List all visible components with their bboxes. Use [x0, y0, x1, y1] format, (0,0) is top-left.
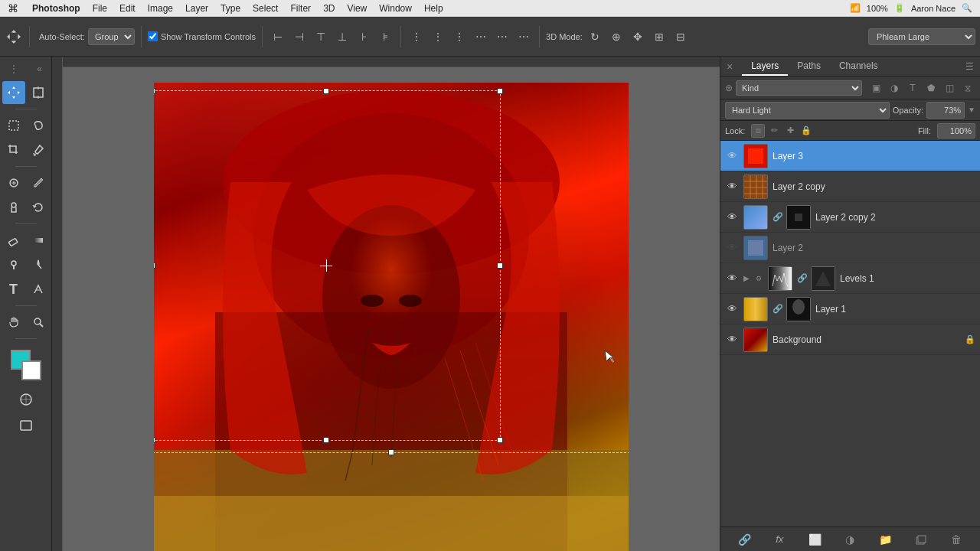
link-layers-btn[interactable]: 🔗	[736, 531, 753, 548]
tab-paths[interactable]: Paths	[788, 57, 830, 76]
distribute-center-h[interactable]: ⋮	[429, 28, 447, 46]
expand-arrow-levels1[interactable]: ▶	[743, 274, 750, 282]
visibility-eye-layer1[interactable]: 👁	[725, 302, 739, 316]
canvas-image[interactable]: 人人素材 ⊗	[154, 83, 629, 551]
layer-item[interactable]: 👁 Bac	[720, 324, 980, 355]
tab-channels[interactable]: Channels	[830, 57, 887, 76]
show-transform-checkbox[interactable]	[148, 31, 158, 41]
visibility-eye-layer2copy2[interactable]: 👁	[725, 210, 739, 224]
align-top-edges[interactable]: ⊥	[333, 28, 351, 46]
distribute-left[interactable]: ⋮	[407, 28, 426, 46]
menu-filter[interactable]: Filter	[284, 3, 317, 14]
layer-fx-btn[interactable]: fx	[771, 531, 788, 548]
align-vertical-centers[interactable]: ⊦	[354, 28, 373, 46]
panel-menu[interactable]: ☰	[965, 61, 974, 72]
3d-scale[interactable]: ⊟	[671, 28, 690, 46]
menu-window[interactable]: Window	[373, 3, 418, 14]
brush-tool-btn[interactable]	[27, 171, 50, 194]
filter-type-icon[interactable]: T	[905, 80, 920, 96]
distribute-bottom[interactable]: ⋯	[514, 28, 533, 46]
filter-toggle[interactable]: ⧖	[960, 80, 975, 96]
menu-edit[interactable]: Edit	[113, 3, 142, 14]
layer-item[interactable]: 👁 Layer 2	[720, 233, 980, 263]
auto-select-dropdown[interactable]: Group Layer	[88, 28, 135, 45]
filter-shape-icon[interactable]: ⬟	[923, 80, 939, 96]
opacity-dropdown-arrow[interactable]: ▼	[968, 106, 975, 114]
filter-type-select[interactable]: Kind	[736, 80, 862, 96]
eraser-btn[interactable]	[2, 229, 25, 252]
visibility-eye-layer3[interactable]: 👁	[725, 149, 739, 163]
layer-item[interactable]: 👁 🔗 Layer 1	[720, 294, 980, 324]
move-tool-btn[interactable]	[2, 81, 25, 104]
screen-mode-btn[interactable]	[15, 414, 38, 437]
app-name[interactable]: Photoshop	[26, 3, 87, 14]
distribute-top[interactable]: ⋯	[472, 28, 490, 46]
align-bottom-edges[interactable]: ⊧	[376, 28, 394, 46]
menu-file[interactable]: File	[87, 3, 113, 14]
lasso-tool-btn[interactable]	[27, 114, 50, 137]
clone-stamp-btn[interactable]	[2, 196, 25, 219]
rectangular-marquee-btn[interactable]	[2, 114, 25, 137]
spot-healing-btn[interactable]	[2, 171, 25, 194]
lock-position[interactable]: ✚	[783, 124, 797, 138]
artboard-tool-btn[interactable]	[27, 81, 50, 104]
panels-close[interactable]: ×	[727, 60, 733, 73]
panel-options-icon[interactable]: ⋮	[9, 64, 18, 74]
layer-item[interactable]: 👁 🔗 Layer 2 copy 2	[720, 202, 980, 233]
search-icon[interactable]: 🔍	[962, 3, 972, 13]
align-horizontal-centers[interactable]: ⊣	[290, 28, 309, 46]
3d-pan[interactable]: ✥	[629, 28, 647, 46]
delete-layer-btn[interactable]: 🗑	[948, 531, 965, 548]
distribute-right[interactable]: ⋮	[450, 28, 469, 46]
lock-transparent-pixels[interactable]: ⧈	[751, 124, 765, 138]
layer-item[interactable]: 👁 Layer 3	[720, 141, 980, 171]
fill-input[interactable]: 100%	[937, 123, 975, 139]
filter-smart-icon[interactable]: ◫	[942, 80, 957, 96]
opacity-input[interactable]: 73%	[926, 102, 965, 119]
apple-menu[interactable]: ⌘	[0, 2, 26, 15]
background-color[interactable]	[21, 360, 41, 380]
pen-tool-btn[interactable]	[27, 253, 50, 276]
layer-item[interactable]: 👁 Layer 2 copy	[720, 171, 980, 202]
align-right-edges[interactable]: ⊤	[312, 28, 330, 46]
lock-artboards[interactable]: 🔒	[799, 124, 813, 138]
new-layer-btn[interactable]	[913, 531, 929, 548]
blend-mode-select[interactable]: Hard Light Normal Multiply Screen Overla…	[725, 102, 890, 119]
lock-image-pixels[interactable]: ✏	[767, 124, 781, 138]
gradient-tool-btn[interactable]	[27, 229, 50, 252]
crop-tool-btn[interactable]	[2, 139, 25, 161]
filter-adj-icon[interactable]: ◑	[887, 80, 902, 96]
layer-item[interactable]: 👁 ▶ ⚙ 🔗 Levels 1	[720, 263, 980, 294]
menu-layer[interactable]: Layer	[179, 3, 214, 14]
menu-view[interactable]: View	[341, 3, 373, 14]
menu-help[interactable]: Help	[418, 3, 449, 14]
menu-image[interactable]: Image	[142, 3, 179, 14]
eyedropper-tool-btn[interactable]	[27, 139, 50, 161]
visibility-eye-layer2copy[interactable]: 👁	[725, 180, 739, 194]
3d-roll[interactable]: ⊕	[607, 28, 626, 46]
new-fill-adj-btn[interactable]: ◑	[841, 531, 858, 548]
quick-mask-btn[interactable]	[15, 388, 38, 411]
distribute-center-v[interactable]: ⋯	[493, 28, 511, 46]
type-tool-btn[interactable]: T	[2, 278, 25, 301]
visibility-eye-background[interactable]: 👁	[725, 333, 739, 347]
dodge-btn[interactable]	[2, 253, 25, 276]
menu-type[interactable]: Type	[214, 3, 247, 14]
tab-layers[interactable]: Layers	[742, 57, 788, 76]
menu-3d[interactable]: 3D	[317, 3, 341, 14]
filter-pixel-icon[interactable]: ▣	[868, 80, 884, 96]
align-left-edges[interactable]: ⊢	[269, 28, 287, 46]
history-brush-btn[interactable]	[27, 196, 50, 219]
panel-collapse-icon[interactable]: «	[37, 64, 42, 74]
visibility-eye-levels1[interactable]: 👁	[725, 272, 739, 285]
menu-select[interactable]: Select	[247, 3, 284, 14]
add-mask-btn[interactable]: ⬜	[806, 531, 823, 548]
font-select[interactable]: Phlearn Large	[868, 28, 975, 45]
path-selection-btn[interactable]	[27, 278, 50, 301]
zoom-tool-btn[interactable]	[27, 311, 50, 334]
move-tool[interactable]	[5, 28, 23, 46]
hand-tool-btn[interactable]	[2, 311, 25, 334]
3d-rotate[interactable]: ↻	[586, 28, 604, 46]
3d-slide[interactable]: ⊞	[650, 28, 668, 46]
visibility-eye-layer2[interactable]: 👁	[725, 241, 739, 255]
